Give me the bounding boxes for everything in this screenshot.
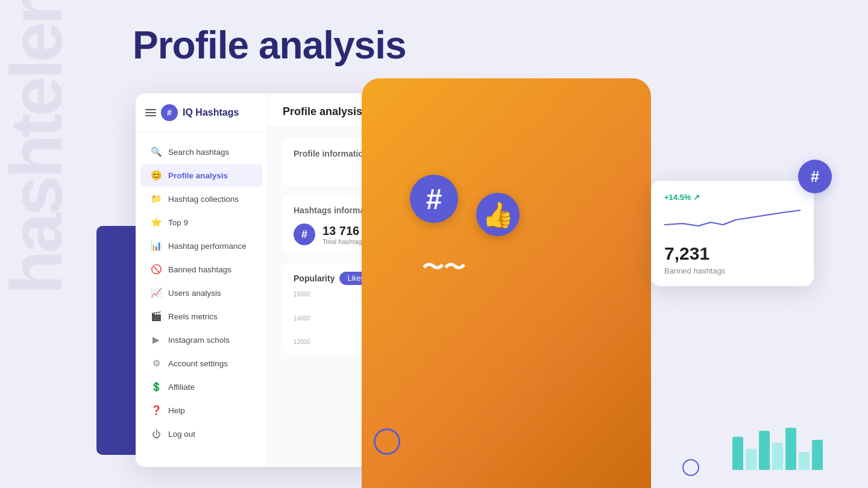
hashtag-count-icon: # — [294, 224, 315, 245]
sidebar-item-hashtag-collections[interactable]: 📁 Hashtag collections — [140, 187, 263, 210]
sidebar-item-users-analysis[interactable]: 📈 Users analysis — [140, 281, 263, 304]
sidebar-item-instagram-schols[interactable]: ▶ Instagram schols — [140, 328, 263, 351]
left-accent-bar — [96, 226, 139, 455]
nav-icon-profile-analysis: 😊 — [150, 169, 162, 181]
hash-emoji-overlay: # — [410, 175, 458, 223]
deco-circle-2 — [682, 459, 699, 476]
bar-item-3 — [772, 443, 783, 470]
nav-label-affiliate: Affiliate — [168, 383, 195, 392]
nav-label-hashtag-performance: Hashtag performance — [168, 242, 247, 251]
bar-item-0 — [732, 437, 743, 470]
sidebar: # IQ Hashtags 🔍 Search hashtags 😊 Profil… — [136, 93, 268, 467]
nav-icon-help: ❓ — [150, 404, 162, 416]
sidebar-item-help[interactable]: ❓ Help — [140, 399, 263, 422]
sidebar-item-log-out[interactable]: ⏻ Log out — [140, 422, 263, 445]
nav-icon-banned-hashtags: 🚫 — [150, 263, 162, 275]
bar-item-2 — [759, 431, 770, 470]
nav-label-banned-hashtags: Banned hashtags — [168, 265, 231, 274]
hash-bubble: # — [798, 160, 832, 193]
sidebar-item-account-settings[interactable]: ⚙ Account settings — [140, 352, 263, 375]
nav-icon-search-hashtags: 🔍 — [150, 146, 162, 158]
zigzag-deco: 〜〜 — [422, 253, 465, 283]
nav-icon-account-settings: ⚙ — [150, 357, 162, 369]
nav-icon-reels-metrics: 🎬 — [150, 310, 162, 322]
bar-item-5 — [799, 452, 810, 470]
sidebar-item-affiliate[interactable]: 💲 Affiliate — [140, 375, 263, 398]
chart-label-12000: 12000 — [294, 339, 310, 345]
nav-icon-instagram-schols: ▶ — [150, 334, 162, 346]
stats-card-chart — [664, 207, 800, 236]
sidebar-item-reels-metrics[interactable]: 🎬 Reels metrics — [140, 305, 263, 328]
nav-label-users-analysis: Users analysis — [168, 289, 221, 298]
hamburger-icon[interactable] — [145, 109, 156, 116]
sidebar-item-top-9[interactable]: ⭐ Top 9 — [140, 211, 263, 234]
nav-label-instagram-schols: Instagram schols — [168, 336, 230, 345]
nav-label-reels-metrics: Reels metrics — [168, 312, 218, 321]
nav-icon-log-out: ⏻ — [150, 428, 162, 440]
nav-icon-hashtag-collections: 📁 — [150, 193, 162, 205]
stats-card-number: 7,231 — [664, 243, 800, 264]
chart-label-14000: 14000 — [294, 315, 310, 322]
bar-item-4 — [785, 428, 796, 470]
sidebar-nav: 🔍 Search hashtags 😊 Profile analysis 📁 H… — [136, 133, 268, 461]
chart-labels: 16000 14000 12000 — [294, 291, 310, 345]
nav-label-account-settings: Account settings — [168, 359, 228, 368]
nav-label-profile-analysis: Profile analysis — [168, 171, 228, 180]
nav-label-help: Help — [168, 406, 185, 415]
trend-up-icon: ↗ — [693, 193, 700, 202]
nav-icon-hashtag-performance: 📊 — [150, 240, 162, 252]
app-name: IQ Hashtags — [183, 107, 239, 118]
stats-card-label: Banned hashtags — [664, 266, 800, 275]
nav-icon-affiliate: 💲 — [150, 381, 162, 393]
bar-item-6 — [812, 440, 823, 470]
thumb-emoji-overlay: 👍 — [476, 193, 520, 236]
nav-icon-top-9: ⭐ — [150, 216, 162, 228]
chart-label-16000: 16000 — [294, 291, 310, 298]
popularity-label: Popularity — [294, 274, 335, 283]
nav-label-log-out: Log out — [168, 430, 195, 439]
sidebar-item-search-hashtags[interactable]: 🔍 Search hashtags — [140, 140, 263, 163]
sidebar-item-hashtag-performance[interactable]: 📊 Hashtag performance — [140, 234, 263, 257]
sidebar-header: # IQ Hashtags — [136, 104, 268, 133]
stats-card-change: +14.5% ↗ — [664, 193, 800, 202]
hashtag-count-number: 13 716 — [322, 224, 365, 238]
deco-circle-1 — [374, 428, 400, 455]
hashtag-count-label: Total hashtags — [322, 238, 365, 245]
bar-item-1 — [746, 449, 756, 470]
bar-chart-widget — [732, 428, 823, 470]
logo-icon: # — [161, 104, 178, 121]
stats-card: +14.5% ↗ 7,231 Banned hashtags — [651, 181, 814, 286]
person-image — [362, 78, 651, 488]
page-title: Profile analysis — [133, 23, 406, 67]
nav-label-top-9: Top 9 — [168, 218, 188, 227]
nav-label-search-hashtags: Search hashtags — [168, 148, 229, 157]
sidebar-item-profile-analysis[interactable]: 😊 Profile analysis — [140, 164, 263, 187]
nav-label-hashtag-collections: Hashtag collections — [168, 195, 239, 204]
sidebar-item-banned-hashtags[interactable]: 🚫 Banned hashtags — [140, 258, 263, 281]
nav-icon-users-analysis: 📈 — [150, 287, 162, 299]
